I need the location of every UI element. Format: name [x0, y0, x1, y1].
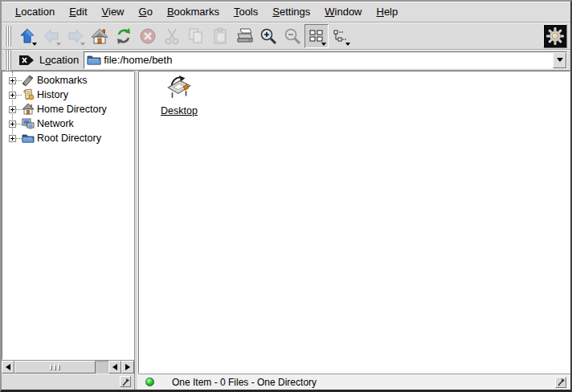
tree-view-icon	[333, 30, 348, 43]
scroll-right-button[interactable]	[121, 361, 134, 374]
bookmarks-icon	[22, 74, 35, 87]
menu-settings[interactable]: Settings	[265, 2, 317, 22]
home-icon	[91, 27, 108, 45]
location-toolbar: Location	[2, 50, 570, 71]
file-item-label[interactable]: Desktop	[161, 105, 198, 116]
location-label: Location	[39, 54, 79, 66]
konqueror-throbber[interactable]	[543, 24, 567, 48]
triangle-left-icon	[6, 364, 10, 370]
reload-button[interactable]	[112, 24, 136, 48]
chevron-down-icon	[557, 58, 563, 62]
sidebar-item-label: Home Directory	[37, 104, 107, 115]
network-icon	[22, 117, 35, 130]
tree-view-button[interactable]	[329, 24, 353, 48]
magnifier-plus-icon	[259, 27, 277, 45]
tree-view-dropdown-arrow[interactable]	[345, 43, 350, 46]
menu-bookmarks[interactable]: Bookmarks	[160, 2, 227, 22]
sidebar-item-root-directory[interactable]: Root Directory	[2, 131, 133, 145]
back-button[interactable]	[39, 24, 63, 48]
scrollbar-track[interactable]	[14, 361, 108, 374]
menu-tools[interactable]: Tools	[227, 2, 265, 22]
flag-icon	[557, 378, 566, 386]
reload-icon	[115, 27, 133, 45]
copy-icon	[187, 27, 205, 45]
expander-plus-icon[interactable]	[9, 77, 16, 84]
menu-edit[interactable]: Edit	[62, 2, 94, 22]
sidebar-item-label: Bookmarks	[37, 75, 88, 86]
menu-bar: Location Edit View Go Bookmarks Tools Se…	[2, 2, 570, 22]
icon-view-icon	[309, 30, 324, 43]
main-toolbar	[2, 22, 570, 50]
home-button[interactable]	[88, 24, 112, 48]
expander-plus-icon[interactable]	[9, 106, 16, 113]
expander-plus-icon[interactable]	[9, 120, 16, 128]
location-combobox[interactable]	[84, 51, 567, 69]
sidebar-item-label: Root Directory	[37, 133, 101, 144]
copy-button[interactable]	[184, 24, 208, 48]
magnifier-minus-icon	[284, 27, 301, 45]
clear-location-icon	[18, 54, 35, 67]
konqueror-window: Location Edit View Go Bookmarks Tools Se…	[0, 0, 572, 392]
triangle-right-icon	[125, 364, 130, 370]
location-input[interactable]	[104, 53, 553, 67]
up-dropdown-arrow[interactable]	[32, 43, 37, 46]
scissors-icon	[163, 27, 181, 45]
expander-plus-icon[interactable]	[9, 135, 16, 142]
blue-folder-icon	[22, 132, 35, 145]
cut-button[interactable]	[160, 24, 184, 48]
view-active-indicator[interactable]	[555, 377, 566, 388]
home-icon	[22, 103, 35, 116]
view-active-indicator[interactable]	[120, 376, 131, 387]
toolbar-grip[interactable]	[5, 26, 11, 47]
clear-location-button[interactable]	[17, 52, 36, 68]
sidebar-item-label: History	[37, 89, 68, 100]
folder-view[interactable]: Desktop	[138, 71, 570, 374]
triangle-left-icon	[112, 364, 117, 370]
location-dropdown-button[interactable]	[553, 52, 566, 68]
zoom-out-button[interactable]	[280, 24, 304, 48]
blue-folder-icon	[87, 54, 101, 66]
printer-icon	[235, 27, 253, 45]
forward-dropdown-arrow	[80, 43, 85, 46]
forward-button[interactable]	[63, 24, 88, 48]
stop-button[interactable]	[136, 24, 160, 48]
print-button[interactable]	[232, 24, 256, 48]
flag-icon	[121, 378, 130, 386]
sidebar-statusbar	[2, 374, 134, 390]
history-icon	[22, 88, 35, 101]
sidebar-item-history[interactable]: History	[2, 88, 133, 102]
scroll-left-button-2[interactable]	[108, 361, 121, 374]
sidebar-tree: Bookmarks History Home Directory Network	[2, 71, 134, 360]
main-statusbar: One Item - 0 Files - One Directory	[138, 374, 570, 390]
status-led	[145, 378, 154, 386]
desktop-icon	[165, 75, 193, 102]
scrollbar-thumb[interactable]	[14, 361, 96, 374]
paste-button[interactable]	[208, 24, 232, 48]
back-dropdown-arrow	[56, 43, 61, 46]
up-button[interactable]	[15, 24, 39, 48]
sidebar-panel: Bookmarks History Home Directory Network	[2, 71, 134, 390]
file-item-desktop[interactable]: Desktop	[149, 75, 210, 116]
menu-location[interactable]: Location	[8, 2, 62, 22]
sidebar-item-network[interactable]: Network	[2, 116, 133, 131]
scroll-left-button[interactable]	[2, 361, 14, 374]
status-text: One Item - 0 Files - One Directory	[172, 377, 555, 388]
sidebar-item-label: Network	[37, 118, 74, 129]
stop-icon	[139, 27, 157, 45]
menu-go[interactable]: Go	[132, 2, 160, 22]
content-area: Bookmarks History Home Directory Network	[2, 71, 570, 390]
zoom-in-button[interactable]	[256, 24, 280, 48]
menu-view[interactable]: View	[95, 2, 132, 22]
sidebar-horizontal-scrollbar[interactable]	[2, 360, 134, 374]
sidebar-item-bookmarks[interactable]: Bookmarks	[2, 73, 133, 88]
expander-plus-icon[interactable]	[9, 92, 16, 99]
main-panel: Desktop One Item - 0 Files - One Directo…	[138, 71, 570, 390]
icon-view-button[interactable]	[304, 24, 329, 48]
sidebar-item-home-directory[interactable]: Home Directory	[2, 102, 133, 116]
icon-view-dropdown-arrow[interactable]	[321, 43, 326, 46]
kde-gear-icon	[545, 27, 565, 46]
menu-help[interactable]: Help	[370, 2, 406, 22]
location-toolbar-grip[interactable]	[5, 50, 11, 71]
menu-window[interactable]: Window	[317, 2, 369, 22]
paste-icon	[211, 27, 229, 45]
